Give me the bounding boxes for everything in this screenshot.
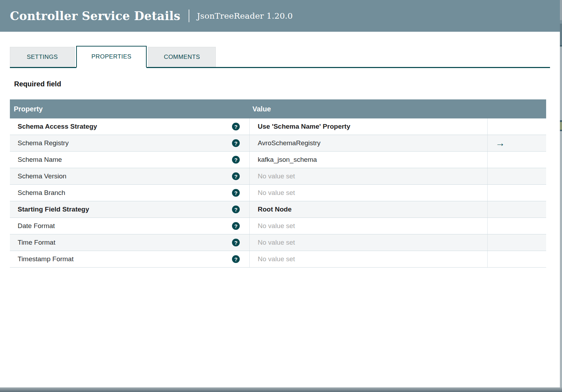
table-row: Starting Field Strategy ? Root Node → [10, 201, 546, 218]
property-label: Timestamp Format [18, 255, 74, 263]
table-body: Schema Access Strategy ? Use 'Schema Nam… [10, 118, 546, 268]
action-cell: → [487, 152, 546, 168]
property-cell: Schema Branch ? [10, 185, 249, 201]
tab-properties[interactable]: PROPERTIES [76, 46, 147, 68]
table-row: Schema Registry ? AvroSchemaRegistry → [10, 135, 546, 152]
property-label: Schema Access Strategy [18, 123, 97, 130]
background-page-edge-segment [560, 131, 562, 392]
property-value: Use 'Schema Name' Property [258, 123, 350, 130]
value-cell: No value set [249, 168, 487, 184]
help-icon[interactable]: ? [232, 255, 240, 263]
property-label: Time Format [18, 239, 55, 246]
action-cell: → [487, 168, 546, 184]
action-cell: → [487, 201, 546, 218]
dialog-title: Controller Service Details [10, 9, 180, 23]
table-header-row: Property Value [10, 99, 546, 118]
table-row: Schema Version ? No value set → [10, 168, 546, 185]
property-cell: Time Format ? [10, 234, 249, 251]
property-value: No value set [258, 239, 295, 246]
background-page-edge-segment [560, 122, 562, 130]
property-cell: Starting Field Strategy ? [10, 201, 249, 218]
help-icon[interactable]: ? [232, 139, 240, 147]
help-icon[interactable]: ? [232, 239, 240, 246]
table-row: Date Format ? No value set → [10, 218, 546, 234]
help-icon[interactable]: ? [232, 206, 240, 213]
table-row: Schema Access Strategy ? Use 'Schema Nam… [10, 118, 546, 135]
tab-comments[interactable]: COMMENTS [148, 47, 216, 67]
background-page-edge-segment [560, 0, 562, 20]
action-cell: → [487, 234, 546, 251]
dialog-subtitle: JsonTreeReader 1.20.0 [197, 11, 293, 20]
properties-table: Property Value Schema Access Strategy ? … [10, 99, 546, 268]
background-page-edge-segment [560, 47, 562, 120]
property-label: Starting Field Strategy [18, 206, 89, 213]
property-cell: Timestamp Format ? [10, 251, 249, 267]
action-cell: → [487, 135, 546, 151]
dialog-header: Controller Service Details JsonTreeReade… [0, 0, 560, 32]
property-label: Schema Name [18, 156, 62, 164]
value-cell: kafka_json_schema [249, 152, 487, 168]
value-cell: No value set [249, 218, 487, 234]
property-value: kafka_json_schema [258, 156, 317, 164]
value-cell: Use 'Schema Name' Property [249, 118, 487, 135]
help-icon[interactable]: ? [232, 189, 240, 197]
value-cell: No value set [249, 251, 487, 267]
background-page-edge [560, 0, 562, 392]
value-cell: No value set [249, 185, 487, 201]
help-icon[interactable]: ? [232, 156, 240, 164]
property-value: No value set [258, 189, 295, 197]
help-icon[interactable]: ? [232, 172, 240, 180]
property-cell: Schema Version ? [10, 168, 249, 184]
property-value: No value set [258, 172, 295, 180]
column-header-value: Value [249, 105, 487, 113]
tab-comments-label: COMMENTS [164, 54, 200, 61]
table-row: Schema Name ? kafka_json_schema → [10, 152, 546, 168]
title-separator [189, 10, 189, 22]
required-field-note: Required field [14, 80, 560, 88]
property-label: Schema Registry [18, 139, 69, 147]
background-page-edge-segment [560, 24, 562, 45]
property-cell: Schema Registry ? [10, 135, 249, 151]
tab-properties-label: PROPERTIES [91, 53, 131, 60]
table-row: Schema Branch ? No value set → [10, 185, 546, 201]
tab-settings-label: SETTINGS [27, 54, 58, 61]
action-cell: → [487, 218, 546, 234]
help-icon[interactable]: ? [232, 123, 240, 130]
property-value: Root Node [258, 206, 292, 213]
value-cell: No value set [249, 234, 487, 251]
value-cell: Root Node [249, 201, 487, 218]
goto-service-arrow-icon[interactable]: → [495, 139, 505, 148]
property-label: Schema Version [18, 172, 66, 180]
action-cell: → [487, 185, 546, 201]
table-row: Timestamp Format ? No value set → [10, 251, 546, 268]
property-value: No value set [258, 222, 295, 230]
screen: Controller Service Details JsonTreeReade… [0, 0, 562, 392]
property-label: Schema Branch [18, 189, 65, 197]
tab-bar: SETTINGS PROPERTIES COMMENTS [10, 47, 550, 68]
property-value: No value set [258, 255, 295, 263]
property-cell: Date Format ? [10, 218, 249, 234]
dialog-bottom-shadow [0, 387, 562, 392]
controller-service-details-dialog: Controller Service Details JsonTreeReade… [0, 0, 560, 387]
property-value: AvroSchemaRegistry [258, 139, 320, 147]
tab-settings[interactable]: SETTINGS [10, 47, 75, 67]
property-cell: Schema Access Strategy ? [10, 118, 249, 135]
column-header-property: Property [10, 105, 249, 113]
property-label: Date Format [18, 222, 55, 230]
action-cell: → [487, 118, 546, 135]
action-cell: → [487, 251, 546, 267]
property-cell: Schema Name ? [10, 152, 249, 168]
help-icon[interactable]: ? [232, 222, 240, 230]
table-row: Time Format ? No value set → [10, 234, 546, 251]
background-page-edge-segment [560, 20, 562, 24]
value-cell: AvroSchemaRegistry [249, 135, 487, 151]
